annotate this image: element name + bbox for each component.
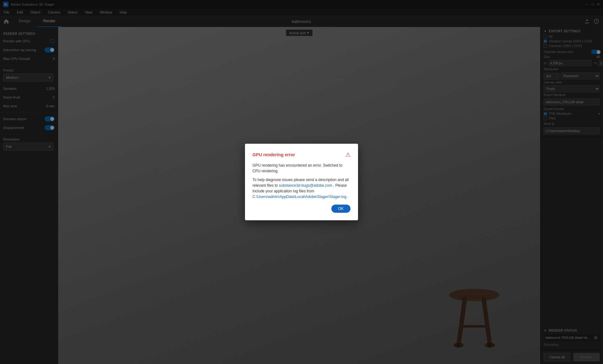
ok-button[interactable]: OK <box>331 205 350 213</box>
modal-help-text: To help diagnose issues please send a de… <box>253 177 350 200</box>
warning-icon: ⚠ <box>345 151 350 158</box>
modal-dialog: GPU rendering error ⚠ GPU rendering has … <box>245 144 358 220</box>
modal-email-link[interactable]: substance3d-bugs@adobe.com <box>279 183 332 188</box>
modal-error-message: GPU rendering has encountered an error. … <box>253 163 350 174</box>
modal-header: GPU rendering error ⚠ <box>253 151 350 158</box>
modal-title: GPU rendering error <box>253 152 295 157</box>
modal-period: . <box>347 195 348 199</box>
modal-body: GPU rendering has encountered an error. … <box>253 163 350 200</box>
modal-log-path[interactable]: C:\Users\admin\AppData\Local\Adobe\Stage… <box>253 195 346 199</box>
modal-footer: OK <box>253 205 350 213</box>
modal-overlay[interactable]: GPU rendering error ⚠ GPU rendering has … <box>0 0 603 364</box>
